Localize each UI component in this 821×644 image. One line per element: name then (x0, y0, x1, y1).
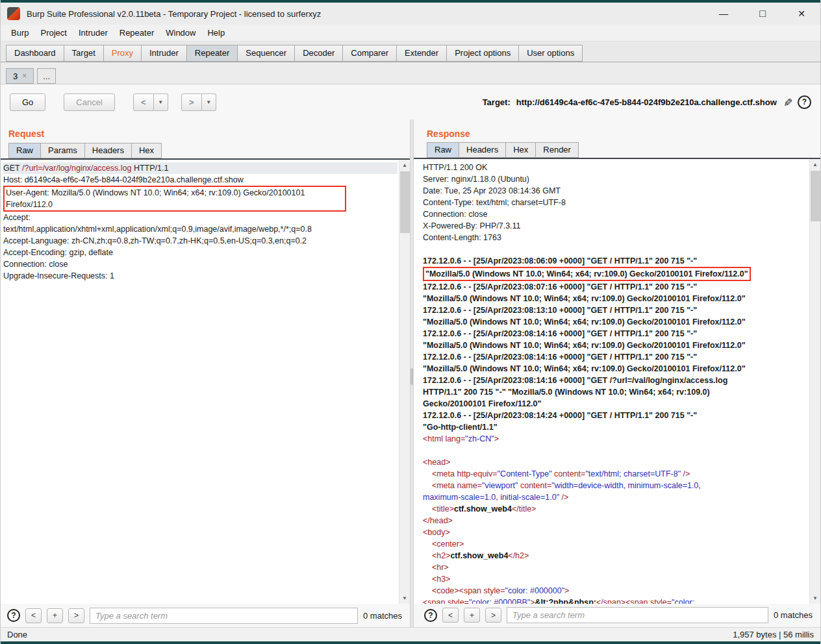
response-tab-headers[interactable]: Headers (459, 142, 506, 158)
window-bottom-edge (1, 641, 820, 644)
search-next-button[interactable]: > (68, 608, 84, 623)
response-editor[interactable]: HTTP/1.1 200 OKServer: nginx/1.18.0 (Ubu… (414, 158, 820, 604)
editor-line: <hr> (423, 562, 808, 573)
response-tab-raw[interactable]: Raw (427, 142, 459, 158)
text-segment: <h2> (432, 551, 451, 560)
cancel-button[interactable]: Cancel (64, 93, 114, 111)
help-icon[interactable]: ? (798, 95, 811, 109)
back-icon[interactable]: < (133, 93, 154, 111)
editor-line: <h2>ctf.show_web4</h2> (423, 550, 808, 562)
target-bar: Target: http://d6149c4a-ef6c-47e5-b844-0… (483, 95, 811, 109)
request-search-input[interactable] (90, 608, 358, 624)
text-segment: Accept-Encoding: gzip, deflate (3, 248, 113, 257)
main-tab-target[interactable]: Target (64, 45, 104, 62)
request-tab-hex[interactable]: Hex (131, 143, 162, 158)
scroll-down-icon[interactable]: ▼ (810, 593, 820, 604)
panel-divider[interactable] (410, 119, 414, 627)
repeater-tab-3[interactable]: 3 × (6, 68, 34, 84)
editor-line: Content-Length: 1763 (423, 232, 808, 243)
text-segment: "color: #0000BB" (469, 598, 530, 604)
menu-intruder[interactable]: Intruder (73, 26, 113, 40)
more-tabs-button[interactable]: ... (37, 68, 56, 84)
text-segment: "text/html; charset=UTF-8" (585, 469, 681, 478)
divider-grip[interactable] (410, 368, 413, 385)
menu-project[interactable]: Project (35, 26, 71, 40)
main-tab-user-options[interactable]: User options (518, 45, 583, 62)
main-tab-sequencer[interactable]: Sequencer (237, 45, 295, 62)
target-url: http://d6149c4a-ef6c-47e5-b844-024f9b2e2… (516, 97, 777, 107)
go-button[interactable]: Go (10, 93, 45, 111)
text-segment: content= (552, 469, 586, 478)
text-segment (423, 539, 432, 549)
text-segment: HTTP/1.1 (131, 164, 168, 173)
close-tab-icon[interactable]: × (22, 71, 27, 80)
editor-line: 172.12.0.6 - - [25/Apr/2023:08:06:09 +00… (423, 255, 808, 267)
scrollbar-thumb[interactable] (400, 171, 410, 233)
burp-logo-icon (7, 7, 20, 20)
scroll-down-icon[interactable]: ▼ (399, 593, 410, 604)
main-tab-repeater[interactable]: Repeater (186, 45, 238, 62)
editor-line: HTTP/1.1" 200 715 "-" "Mozilla/5.0 (Wind… (423, 386, 808, 398)
search-add-button[interactable]: + (464, 608, 480, 623)
request-tab-headers[interactable]: Headers (84, 143, 132, 158)
request-response-split: Request RawParamsHeadersHex GET /?url=/v… (1, 119, 820, 627)
main-tab-bar: DashboardTargetProxyIntruderRepeaterSequ… (1, 42, 820, 62)
maximize-icon[interactable]: □ (757, 8, 768, 19)
scrollbar-thumb[interactable] (811, 171, 820, 221)
window-title: Burp Suite Professional v2.0.11beta - Te… (27, 9, 321, 19)
main-tab-project-options[interactable]: Project options (446, 45, 519, 62)
request-editor-content[interactable]: GET /?url=/var/log/nginx/access.log HTTP… (1, 160, 399, 604)
menu-repeater[interactable]: Repeater (114, 26, 159, 40)
scroll-up-icon[interactable]: ▲ (810, 159, 820, 170)
main-tab-extender[interactable]: Extender (396, 45, 447, 62)
text-segment: "color: #000000" (505, 586, 565, 595)
main-tab-dashboard[interactable]: Dashboard (6, 45, 64, 62)
search-prev-button[interactable]: < (442, 608, 459, 623)
main-tab-intruder[interactable]: Intruder (141, 45, 187, 62)
response-tab-hex[interactable]: Hex (505, 142, 536, 158)
search-prev-button[interactable]: < (25, 608, 42, 623)
text-segment: Accept-Language: zh-CN,zh;q=0.8,zh-TW;q=… (3, 236, 307, 245)
minimize-icon[interactable]: — (718, 8, 729, 19)
search-add-button[interactable]: + (47, 608, 63, 623)
editor-line: 172.12.0.6 - - [25/Apr/2023:08:14:16 +00… (423, 351, 808, 363)
request-scrollbar[interactable]: ▲ ▼ (399, 160, 410, 604)
main-tab-decoder[interactable]: Decoder (294, 45, 343, 62)
text-segment: HTTP/1.1 200 OK (423, 163, 487, 172)
request-editor[interactable]: GET /?url=/var/log/nginx/access.log HTTP… (1, 158, 410, 604)
menu-help[interactable]: Help (202, 26, 230, 40)
response-title: Response (414, 119, 820, 142)
editor-line: Accept: (3, 212, 398, 223)
help-icon[interactable]: ? (7, 609, 20, 622)
main-tab-comparer[interactable]: Comparer (342, 45, 397, 62)
menu-burp[interactable]: Burp (6, 26, 34, 40)
text-segment: content= (518, 481, 551, 490)
edit-target-icon[interactable]: ✎ (780, 97, 794, 106)
response-search-input[interactable] (507, 607, 768, 623)
response-tab-render[interactable]: Render (535, 142, 579, 158)
chevron-down-icon[interactable]: ▼ (202, 93, 216, 111)
text-segment: 172.12.0.6 - - [25/Apr/2023:08:06:09 +00… (423, 256, 697, 266)
text-segment: </h2> (508, 551, 529, 560)
help-icon[interactable]: ? (424, 609, 437, 622)
main-tab-proxy[interactable]: Proxy (103, 45, 142, 62)
history-back-button[interactable]: < ▼ (133, 93, 168, 111)
text-segment: 172.12.0.6 - - [25/Apr/2023:08:14:16 +00… (423, 353, 697, 362)
request-tab-params[interactable]: Params (40, 143, 85, 158)
text-segment: text/html,application/xhtml+xml,applicat… (3, 225, 312, 234)
scroll-up-icon[interactable]: ▲ (399, 160, 410, 171)
forward-icon[interactable]: > (181, 93, 202, 111)
response-editor-content[interactable]: HTTP/1.1 200 OKServer: nginx/1.18.0 (Ubu… (414, 159, 809, 604)
request-tab-raw[interactable]: Raw (8, 143, 41, 158)
text-segment: 172.12.0.6 - - [25/Apr/2023:08:14:16 +00… (423, 376, 727, 385)
text-segment: "zh-CN" (465, 434, 494, 443)
response-scrollbar[interactable]: ▲ ▼ (809, 159, 820, 604)
text-segment: <head> (423, 458, 450, 467)
search-next-button[interactable]: > (485, 608, 501, 623)
history-forward-button[interactable]: > ▼ (181, 93, 216, 111)
text-segment (423, 563, 432, 572)
menu-window[interactable]: Window (160, 26, 201, 40)
text-segment: </head> (423, 516, 453, 525)
close-icon[interactable]: ✕ (796, 8, 807, 19)
chevron-down-icon[interactable]: ▼ (154, 93, 168, 111)
